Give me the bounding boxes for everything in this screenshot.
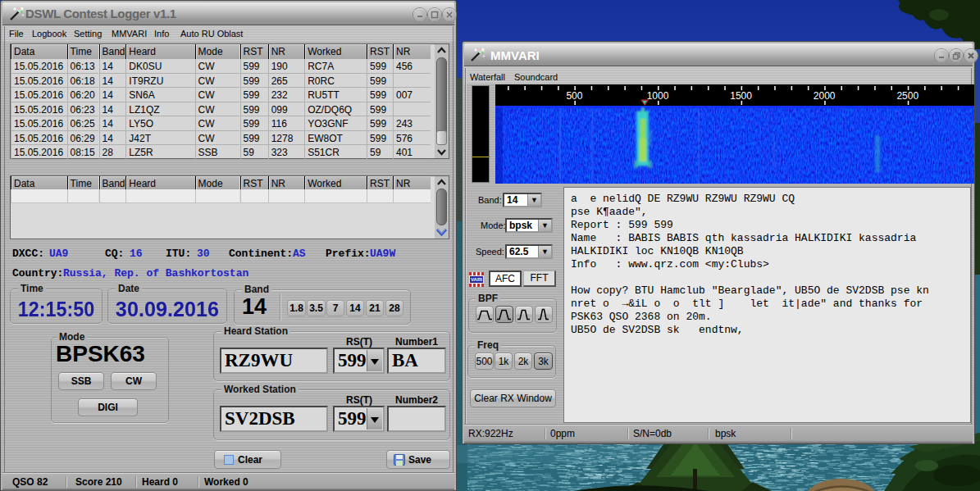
svg-text:2500: 2500: [896, 90, 918, 102]
svg-text:1500: 1500: [730, 90, 752, 102]
svg-text:1000: 1000: [647, 90, 669, 102]
svg-text:500: 500: [566, 90, 582, 102]
svg-text:2000: 2000: [814, 90, 836, 102]
